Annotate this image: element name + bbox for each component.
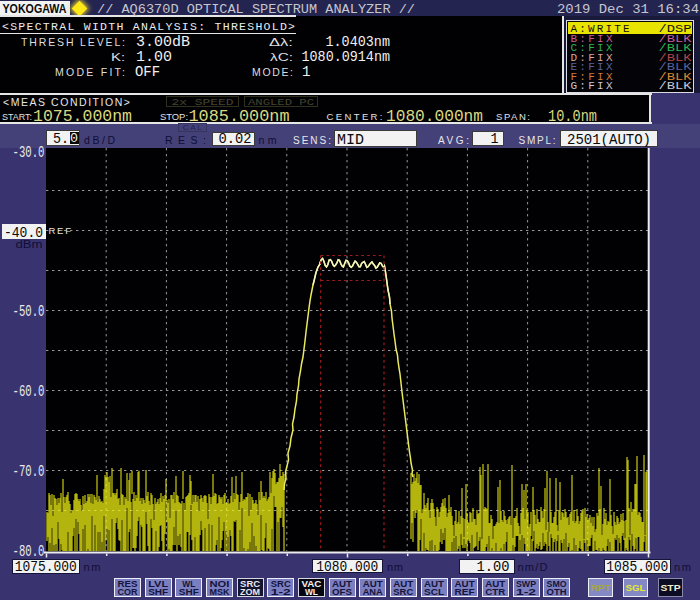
svg-text:-60.0: -60.0 [13, 383, 45, 401]
svg-text:CENTER:: CENTER: [327, 111, 383, 122]
svg-text:SHF: SHF [148, 587, 169, 597]
svg-text:dB/D: dB/D [84, 134, 115, 146]
svg-text:CAL: CAL [183, 123, 203, 132]
svg-text:/BLK: /BLK [659, 80, 692, 92]
svg-text:STP: STP [661, 582, 682, 593]
svg-text:SPAN:: SPAN: [496, 111, 530, 122]
svg-text:1075.000: 1075.000 [15, 559, 77, 576]
svg-text:SGL: SGL [626, 582, 646, 593]
svg-text:ZOM: ZOM [240, 587, 260, 597]
svg-text:REF: REF [49, 225, 72, 236]
svg-text:THRESH LEVEL:: THRESH LEVEL: [21, 36, 125, 48]
svg-text:-30.0: -30.0 [13, 144, 45, 162]
svg-text:-80.0: -80.0 [13, 543, 45, 561]
svg-text:0: 0 [70, 131, 78, 146]
svg-text:G:FIX: G:FIX [571, 80, 613, 92]
svg-text:nm: nm [674, 561, 691, 573]
svg-text:1080.0914nm: 1080.0914nm [302, 48, 391, 66]
svg-text:OTH: OTH [547, 587, 567, 597]
svg-text:2019 Dec 31 16:34: 2019 Dec 31 16:34 [557, 2, 699, 17]
svg-text:AVG:: AVG: [438, 135, 469, 146]
svg-text:SENS:: SENS: [293, 135, 331, 146]
svg-text:1-2: 1-2 [516, 587, 536, 597]
svg-text:MODE:: MODE: [252, 66, 293, 78]
svg-text:RPT: RPT [591, 582, 611, 593]
svg-text:5.: 5. [53, 131, 69, 147]
svg-text:nm/D: nm/D [518, 561, 548, 573]
svg-text:SHF: SHF [179, 587, 200, 597]
svg-text:1: 1 [491, 131, 499, 147]
svg-text:1080.000: 1080.000 [316, 559, 378, 576]
svg-text:λC:: λC: [270, 52, 293, 63]
svg-text:RES:: RES: [165, 134, 206, 146]
svg-text:dBm: dBm [16, 239, 43, 250]
svg-text:1.00: 1.00 [477, 559, 510, 576]
svg-text:10.0nm: 10.0nm [548, 107, 597, 126]
svg-text:1080.000nm: 1080.000nm [386, 107, 483, 126]
svg-text:WL: WL [305, 587, 318, 597]
svg-text:nm: nm [259, 134, 277, 146]
svg-text:1-2: 1-2 [271, 587, 291, 597]
svg-text:-70.0: -70.0 [13, 463, 45, 481]
svg-text:nm: nm [387, 561, 403, 573]
svg-text:1085.000: 1085.000 [606, 559, 668, 576]
svg-text:CTR: CTR [485, 587, 506, 597]
svg-text:MID: MID [337, 132, 364, 148]
svg-text:K:: K: [111, 51, 125, 63]
svg-text:2501(AUTO): 2501(AUTO) [567, 132, 651, 148]
svg-text:OFF: OFF [135, 63, 160, 81]
svg-text:-50.0: -50.0 [13, 303, 45, 321]
svg-text:SRC: SRC [393, 587, 414, 597]
svg-text:1: 1 [302, 63, 311, 81]
svg-text:REF: REF [455, 587, 476, 597]
svg-text:0.02: 0.02 [219, 131, 252, 147]
svg-text:<SPECTRAL WIDTH ANALYSIS: THRE: <SPECTRAL WIDTH ANALYSIS: THRESHOLD> [2, 20, 295, 33]
svg-text:SMPL:: SMPL: [519, 135, 556, 146]
svg-text:STOP:: STOP: [160, 111, 188, 122]
svg-text:1085.000nm: 1085.000nm [189, 107, 290, 126]
svg-text:OFS: OFS [332, 587, 352, 597]
svg-text:ANA: ANA [363, 587, 384, 597]
svg-text:// AQ6370D OPTICAL SPECTRUM AN: // AQ6370D OPTICAL SPECTRUM ANALYZER // [97, 2, 415, 17]
svg-text:MODE FIT:: MODE FIT: [55, 66, 125, 78]
svg-text:START:: START: [2, 111, 32, 122]
svg-text:YOKOGAWA: YOKOGAWA [3, 1, 67, 16]
svg-text:1075.000nm: 1075.000nm [33, 107, 132, 126]
svg-text:nm: nm [84, 561, 101, 573]
svg-text:SCL: SCL [424, 587, 445, 597]
svg-text:MSK: MSK [209, 587, 230, 597]
svg-text:COR: COR [118, 587, 139, 597]
svg-text:Δλ:: Δλ: [269, 37, 293, 48]
